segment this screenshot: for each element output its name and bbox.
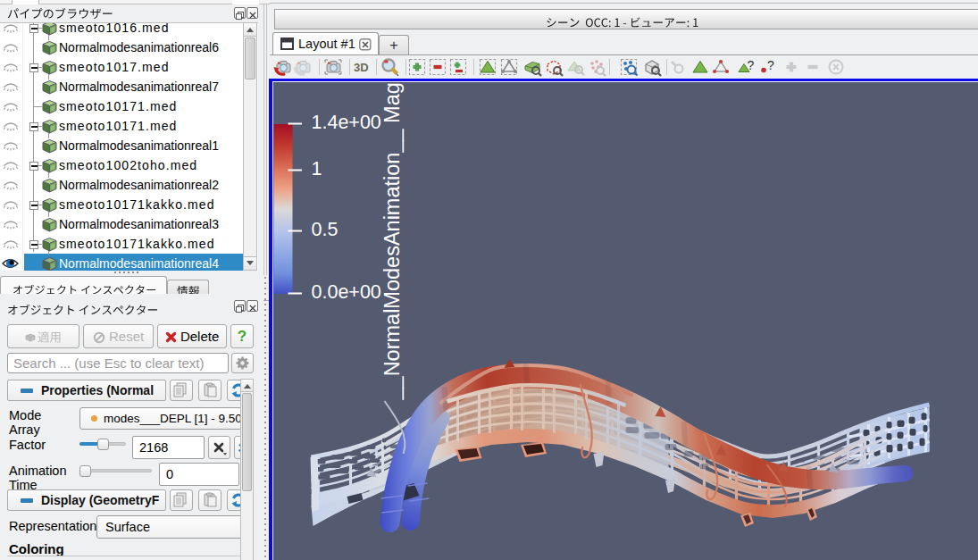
svg-text:?: ? [767, 58, 774, 72]
svg-text:3D: 3D [354, 61, 369, 74]
svg-text:?: ? [748, 58, 755, 72]
svg-text:1.4e+00: 1.4e+00 [311, 112, 380, 133]
svg-text:0.0e+00: 0.0e+00 [311, 281, 380, 303]
svg-text:0.5: 0.5 [311, 219, 338, 240]
svg-text:1: 1 [311, 158, 322, 180]
svg-text:__NormalModesAnimation__ Magni: __NormalModesAnimation__ Magnitude [380, 82, 404, 401]
